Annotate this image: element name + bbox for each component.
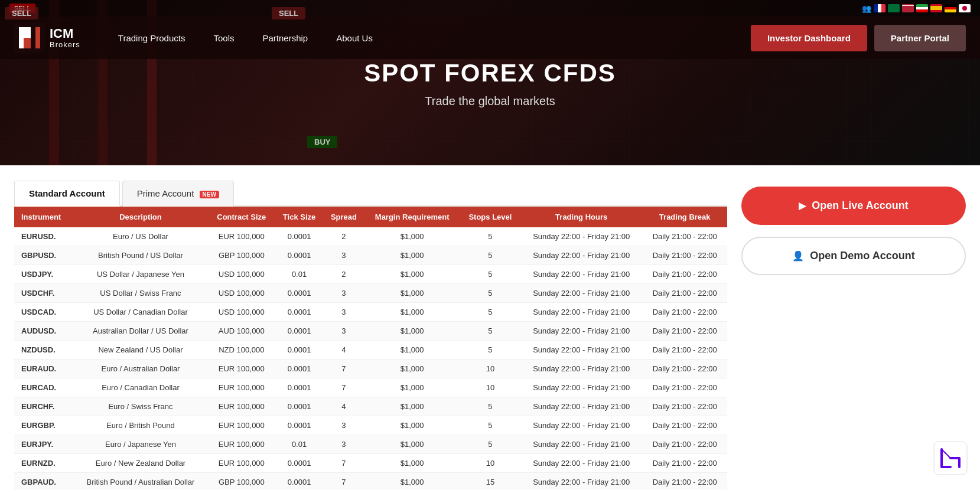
table-cell: EUR 100,000 bbox=[208, 227, 275, 246]
table-cell: 2 bbox=[324, 227, 364, 246]
investor-dashboard-button[interactable]: Investor Dashboard bbox=[751, 25, 867, 51]
table-cell: 0.0001 bbox=[275, 303, 324, 322]
table-cell: AUDUSD. bbox=[14, 322, 73, 341]
table-cell: Sunday 22:00 - Friday 21:00 bbox=[520, 454, 643, 473]
table-cell: Daily 21:00 - 22:00 bbox=[642, 227, 727, 246]
table-row: EURNZD.Euro / New Zealand DollarEUR 100,… bbox=[14, 454, 727, 473]
nav-actions: Investor Dashboard Partner Portal bbox=[751, 25, 966, 51]
table-cell: British Pound / US Dollar bbox=[73, 246, 208, 265]
table-cell: 7 bbox=[324, 360, 364, 378]
table-cell: $1,000 bbox=[364, 303, 460, 322]
table-cell: Sunday 22:00 - Friday 21:00 bbox=[520, 397, 643, 416]
table-cell: Sunday 22:00 - Friday 21:00 bbox=[520, 322, 643, 341]
nav-item-partnership[interactable]: Partnership bbox=[249, 17, 323, 59]
table-row: AUDUSD.Australian Dollar / US DollarAUD … bbox=[14, 322, 727, 341]
table-cell: Sunday 22:00 - Friday 21:00 bbox=[520, 416, 643, 435]
table-cell: $1,000 bbox=[364, 227, 460, 246]
table-cell: Daily 21:00 - 22:00 bbox=[642, 265, 727, 284]
table-cell: 10 bbox=[460, 378, 520, 397]
table-row: EURUSD.Euro / US DollarEUR 100,0000.0001… bbox=[14, 227, 727, 246]
table-cell: $1,000 bbox=[364, 397, 460, 416]
table-cell: EURNZD. bbox=[14, 454, 73, 473]
table-cell: Euro / US Dollar bbox=[73, 227, 208, 246]
table-cell: 5 bbox=[460, 416, 520, 435]
table-cell: USDCAD. bbox=[14, 303, 73, 322]
table-cell: EURCAD. bbox=[14, 378, 73, 397]
navbar: ICM Brokers Trading Products Tools Partn… bbox=[0, 17, 980, 59]
table-cell: New Zealand / US Dollar bbox=[73, 341, 208, 360]
table-cell: Daily 21:00 - 22:00 bbox=[642, 416, 727, 435]
table-cell: 0.0001 bbox=[275, 416, 324, 435]
users-icon: 👥 bbox=[862, 4, 871, 13]
table-cell: USD 100,000 bbox=[208, 284, 275, 303]
tab-standard-account[interactable]: Standard Account bbox=[14, 181, 120, 207]
table-cell: 10 bbox=[460, 360, 520, 378]
table-cell: 10 bbox=[460, 454, 520, 473]
table-cell: 0.01 bbox=[275, 435, 324, 454]
table-cell: Daily 21:00 - 22:00 bbox=[642, 397, 727, 416]
header: SELL 👥 ICM Brokers bbox=[0, 0, 980, 165]
table-cell: 5 bbox=[460, 435, 520, 454]
partner-portal-button[interactable]: Partner Portal bbox=[874, 25, 966, 51]
flag-sa[interactable] bbox=[888, 4, 900, 12]
play-icon: ▶ bbox=[799, 200, 806, 211]
flag-fr[interactable] bbox=[874, 4, 885, 12]
table-cell: Australian Dollar / US Dollar bbox=[73, 322, 208, 341]
table-cell: NZDUSD. bbox=[14, 341, 73, 360]
col-header-spread: Spread bbox=[324, 207, 364, 227]
table-cell: $1,000 bbox=[364, 341, 460, 360]
sidebar-section: ▶ Open Live Account 👤 Open Demo Account bbox=[741, 179, 966, 490]
open-live-account-button[interactable]: ▶ Open Live Account bbox=[741, 187, 966, 225]
hero-content: SPOT FOREX CFDS Trade the global markets bbox=[0, 59, 980, 108]
flag-de[interactable] bbox=[945, 4, 956, 12]
table-cell: 7 bbox=[324, 378, 364, 397]
tabs: Standard Account Prime Account NEW bbox=[14, 179, 727, 207]
table-cell: 5 bbox=[460, 284, 520, 303]
nav-item-about-us[interactable]: About Us bbox=[322, 17, 387, 59]
main-content: Standard Account Prime Account NEW Instr… bbox=[0, 165, 980, 490]
table-cell: GBPAUD. bbox=[14, 473, 73, 491]
open-demo-label: Open Demo Account bbox=[810, 250, 914, 262]
logo-area[interactable]: ICM Brokers bbox=[14, 22, 80, 53]
table-cell: 4 bbox=[324, 397, 364, 416]
col-header-tick-size: Tick Size bbox=[275, 207, 324, 227]
table-cell: $1,000 bbox=[364, 454, 460, 473]
nav-item-trading-products[interactable]: Trading Products bbox=[104, 17, 200, 59]
table-row: EURCAD.Euro / Canadian DollarEUR 100,000… bbox=[14, 378, 727, 397]
table-body: EURUSD.Euro / US DollarEUR 100,0000.0001… bbox=[14, 227, 727, 490]
open-demo-account-button[interactable]: 👤 Open Demo Account bbox=[741, 237, 966, 275]
logo-text: ICM Brokers bbox=[50, 27, 80, 49]
flag-es[interactable] bbox=[930, 4, 942, 12]
nav-links: Trading Products Tools Partnership About… bbox=[104, 17, 751, 59]
table-row: GBPAUD.British Pound / Australian Dollar… bbox=[14, 473, 727, 491]
flag-ir[interactable] bbox=[916, 4, 928, 12]
svg-marker-3 bbox=[24, 38, 31, 48]
nav-item-tools[interactable]: Tools bbox=[199, 17, 248, 59]
flag-icons: 👥 bbox=[862, 4, 971, 13]
buy-badge-hero: BUY bbox=[307, 136, 337, 148]
table-cell: 0.0001 bbox=[275, 284, 324, 303]
table-cell: EURUSD. bbox=[14, 227, 73, 246]
table-cell: $1,000 bbox=[364, 416, 460, 435]
table-cell: USD 100,000 bbox=[208, 303, 275, 322]
table-cell: $1,000 bbox=[364, 265, 460, 284]
table-cell: 0.0001 bbox=[275, 473, 324, 491]
tab-prime-account[interactable]: Prime Account NEW bbox=[122, 181, 234, 207]
table-cell: Euro / Australian Dollar bbox=[73, 360, 208, 378]
table-cell: $1,000 bbox=[364, 284, 460, 303]
flag-jp[interactable] bbox=[959, 4, 971, 12]
logo-icon bbox=[14, 22, 45, 53]
tab-new-badge: NEW bbox=[200, 191, 219, 198]
flag-us[interactable] bbox=[902, 4, 914, 12]
table-cell: Sunday 22:00 - Friday 21:00 bbox=[520, 473, 643, 491]
table-cell: USDJPY. bbox=[14, 265, 73, 284]
table-cell: $1,000 bbox=[364, 435, 460, 454]
table-cell: 3 bbox=[324, 303, 364, 322]
table-cell: 0.0001 bbox=[275, 246, 324, 265]
table-cell: Daily 21:00 - 22:00 bbox=[642, 246, 727, 265]
table-cell: Sunday 22:00 - Friday 21:00 bbox=[520, 246, 643, 265]
col-header-instrument: Instrument bbox=[14, 207, 73, 227]
table-cell: 4 bbox=[324, 341, 364, 360]
svg-marker-2 bbox=[35, 27, 40, 48]
table-cell: Sunday 22:00 - Friday 21:00 bbox=[520, 227, 643, 246]
